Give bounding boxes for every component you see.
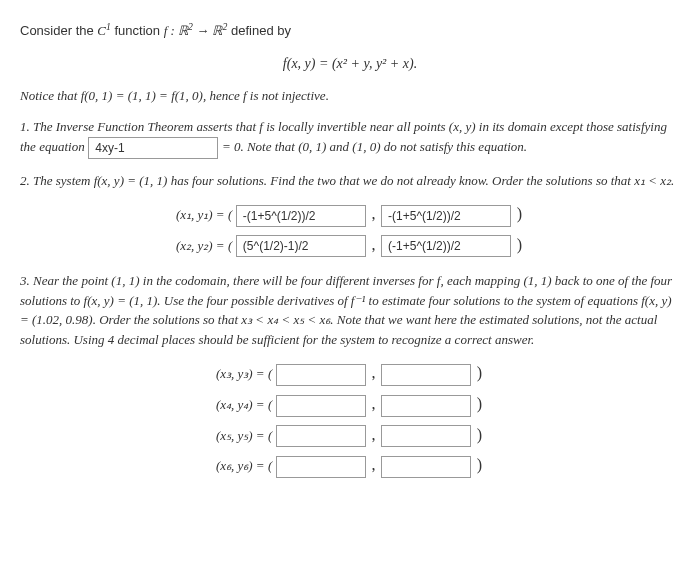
q3-text: 3. Near the point (1, 1) in the codomain… <box>20 273 672 347</box>
text: Notice that f(0, 1) = (1, 1) = f(1, 0), … <box>20 88 329 103</box>
q2-label-2: (x₂, y₂) = ( <box>176 236 232 256</box>
q2-row-1: (x₁, y₁) = ( , ) <box>20 202 680 227</box>
q2-y1-input[interactable] <box>381 205 511 227</box>
close-paren: ) <box>475 456 484 473</box>
q3-row-2: (x₄, y₄) = ( , ) <box>20 392 680 417</box>
comma: , <box>369 236 377 253</box>
q3-x6-input[interactable] <box>276 456 366 478</box>
intro-line: Consider the C1 function f : ℝ2 → ℝ2 def… <box>20 20 680 41</box>
comma: , <box>369 426 377 443</box>
q2-row-2: (x₂, y₂) = ( , ) <box>20 233 680 258</box>
q3-row-3: (x₅, y₅) = ( , ) <box>20 423 680 448</box>
question-1: 1. The Inverse Function Theorem asserts … <box>20 117 680 159</box>
q3-label-2: (x₄, y₄) = ( <box>216 395 272 415</box>
q3-x3-input[interactable] <box>276 364 366 386</box>
text: function <box>111 23 164 38</box>
text: → ℝ <box>193 23 223 38</box>
close-paren: ) <box>475 395 484 412</box>
q3-row-1: (x₃, y₃) = ( , ) <box>20 361 680 386</box>
q3-y3-input[interactable] <box>381 364 471 386</box>
q3-label-4: (x₆, y₆) = ( <box>216 456 272 476</box>
q2-x2-input[interactable] <box>236 235 366 257</box>
q3-y6-input[interactable] <box>381 456 471 478</box>
question-2: 2. The system f(x, y) = (1, 1) has four … <box>20 171 680 191</box>
q3-label-1: (x₃, y₃) = ( <box>216 364 272 384</box>
close-paren: ) <box>515 236 524 253</box>
comma: , <box>369 364 377 381</box>
q2-label-1: (x₁, y₁) = ( <box>176 205 232 225</box>
notice-text: Notice that f(0, 1) = (1, 1) = f(1, 0), … <box>20 86 680 106</box>
comma: , <box>369 395 377 412</box>
comma: , <box>369 205 377 222</box>
text: Consider the <box>20 23 97 38</box>
q2-x1-input[interactable] <box>236 205 366 227</box>
text: f : ℝ <box>164 23 188 38</box>
q2-text: 2. The system f(x, y) = (1, 1) has four … <box>20 173 674 188</box>
question-3: 3. Near the point (1, 1) in the codomain… <box>20 271 680 349</box>
q3-x5-input[interactable] <box>276 425 366 447</box>
close-paren: ) <box>515 205 524 222</box>
close-paren: ) <box>475 426 484 443</box>
text: defined by <box>227 23 291 38</box>
q3-x4-input[interactable] <box>276 395 366 417</box>
q2-y2-input[interactable] <box>381 235 511 257</box>
equation-definition: f(x, y) = (x² + y, y² + x). <box>20 53 680 74</box>
q1-text-post: = 0. Note that (0, 1) and (1, 0) do not … <box>222 139 527 154</box>
q1-equation-input[interactable] <box>88 137 218 159</box>
q3-y4-input[interactable] <box>381 395 471 417</box>
q3-row-4: (x₆, y₆) = ( , ) <box>20 453 680 478</box>
q3-y5-input[interactable] <box>381 425 471 447</box>
q3-label-3: (x₅, y₅) = ( <box>216 426 272 446</box>
close-paren: ) <box>475 364 484 381</box>
problem-container: Consider the C1 function f : ℝ2 → ℝ2 def… <box>20 20 680 478</box>
comma: , <box>369 456 377 473</box>
text: C <box>97 23 106 38</box>
